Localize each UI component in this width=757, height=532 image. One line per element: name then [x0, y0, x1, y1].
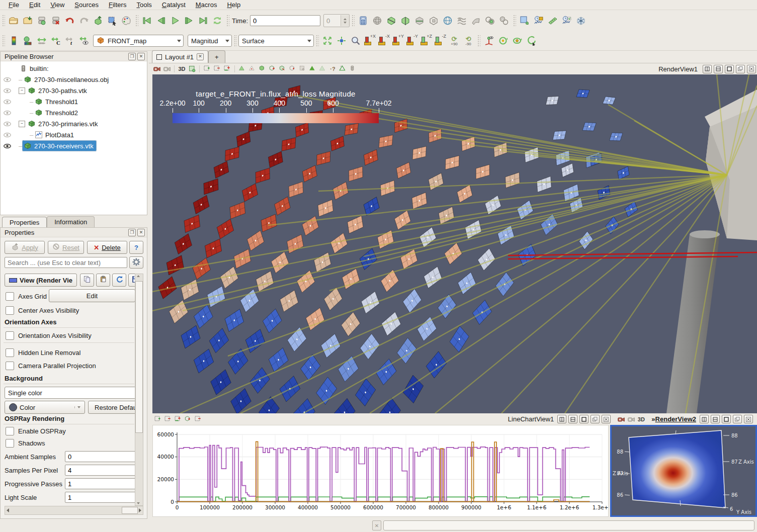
- link-camera-icon[interactable]: [626, 415, 636, 424]
- paste-properties-button[interactable]: [96, 274, 110, 287]
- field-input-ambient-samples[interactable]: [65, 451, 136, 462]
- warp-icon[interactable]: [469, 14, 483, 28]
- rv1-close-view-icon[interactable]: [747, 65, 756, 73]
- clip-icon[interactable]: [384, 14, 398, 28]
- enable-ospray-checkbox[interactable]: [6, 427, 14, 435]
- pipeline-item-builtin-[interactable]: builtin:: [1, 63, 147, 74]
- interactive-select-points-icon[interactable]: [278, 64, 287, 73]
- view-section-header[interactable]: View (Render Vie: [5, 274, 77, 287]
- zoom-rubberband-icon[interactable]: [187, 64, 197, 73]
- menu-file[interactable]: File: [4, 1, 24, 9]
- help-button[interactable]: ?: [129, 241, 143, 254]
- select-cells-polygon-icon[interactable]: [237, 64, 247, 73]
- group-datasets-icon[interactable]: [483, 14, 497, 28]
- reset-camera-icon[interactable]: [320, 34, 334, 48]
- pick-center-icon[interactable]: [524, 34, 538, 48]
- next-frame-icon[interactable]: [182, 14, 196, 28]
- rv2-close-view-icon[interactable]: [744, 415, 753, 423]
- plot-over-line-icon[interactable]: [546, 14, 560, 28]
- interactive-select-cells-icon[interactable]: [268, 64, 277, 73]
- select-points-polygon-icon[interactable]: [247, 64, 257, 73]
- properties-horizontal-scrollbar[interactable]: [5, 506, 143, 515]
- camera-icon[interactable]: [616, 415, 626, 424]
- extract-subset-icon[interactable]: [427, 14, 441, 28]
- rv2-split-horizontal-icon[interactable]: [700, 415, 709, 423]
- search-options-button[interactable]: [129, 256, 143, 269]
- shrink-selection-icon[interactable]: [318, 64, 327, 73]
- pipeline-item-270-30-receivers-vtk[interactable]: –270-30-receivers.vtk: [1, 140, 147, 151]
- close-icon[interactable]: ✕: [137, 229, 145, 236]
- play-icon[interactable]: [168, 14, 182, 28]
- chart-clear-icon[interactable]: [193, 415, 203, 424]
- rescale-to-temporal-range-icon[interactable]: t: [63, 34, 77, 48]
- hidden-line-checkbox[interactable]: [6, 348, 14, 357]
- cancel-progress-button[interactable]: ✕: [372, 520, 381, 530]
- set-view-plusY-button[interactable]: +Y: [391, 34, 405, 48]
- tree-expander-icon[interactable]: −: [19, 121, 25, 127]
- edit-color-map-icon[interactable]: [21, 34, 35, 48]
- pipeline-item-270-30-miscellaneous-obj[interactable]: –270-30-miscellaneous.obj: [1, 74, 147, 85]
- chart-toggle-icon[interactable]: [183, 415, 193, 424]
- rotate-90-cw-icon[interactable]: ⟳+90: [447, 34, 461, 48]
- time-input[interactable]: [250, 15, 320, 26]
- zoom-to-data-icon[interactable]: [334, 34, 349, 48]
- extract-selection-icon[interactable]: [518, 14, 532, 28]
- rv1-split-vertical-icon[interactable]: [714, 65, 723, 73]
- select-cells-through-icon[interactable]: [222, 64, 232, 73]
- loop-icon[interactable]: [210, 14, 224, 28]
- tab-properties[interactable]: Properties: [2, 217, 47, 228]
- orientation-axes-checkbox[interactable]: [6, 331, 14, 340]
- array-combo[interactable]: Magnitud: [188, 35, 232, 47]
- pipeline-item-plotdata1[interactable]: –PlotData1: [1, 129, 147, 140]
- select-points-rect-icon[interactable]: [212, 64, 222, 73]
- menu-help[interactable]: Help: [222, 1, 245, 9]
- set-view-plusZ-button[interactable]: +Z: [419, 34, 433, 48]
- redo-icon[interactable]: [77, 14, 91, 28]
- colormap-combo[interactable]: FRONT_map: [93, 35, 184, 47]
- visibility-eye-icon[interactable]: [3, 131, 12, 139]
- chart-maximize-icon[interactable]: [579, 415, 588, 423]
- ungroup-icon[interactable]: [497, 14, 511, 28]
- plot-selection-over-time-icon[interactable]: [560, 14, 574, 28]
- previous-frame-icon[interactable]: [154, 14, 168, 28]
- pipeline-item-threshold1[interactable]: –Threshold1: [1, 96, 147, 107]
- rescale-to-data-range-icon[interactable]: [35, 34, 49, 48]
- close-layout-icon[interactable]: ✕: [197, 53, 204, 60]
- properties-vertical-scrollbar[interactable]: [135, 274, 143, 506]
- representation-combo[interactable]: Surface: [238, 35, 314, 47]
- orbit-x-icon[interactable]: [496, 34, 510, 48]
- 3d-toggle[interactable]: 3D: [177, 64, 187, 73]
- stream-tracer-icon[interactable]: [455, 14, 469, 28]
- reload-properties-button[interactable]: [112, 274, 126, 287]
- auto-apply-icon[interactable]: [91, 14, 105, 28]
- clear-selection-icon[interactable]: [338, 64, 348, 73]
- selection-help-icon[interactable]: ·?: [328, 64, 338, 73]
- set-view-minusY-button[interactable]: -Y: [405, 34, 419, 48]
- new-layout-tab[interactable]: +: [208, 50, 225, 63]
- center-axes-checkbox[interactable]: [6, 306, 14, 315]
- toggle-color-legend-icon[interactable]: [7, 34, 21, 48]
- select-cells-rect-icon[interactable]: [202, 64, 212, 73]
- rv1-split-horizontal-icon[interactable]: [703, 65, 712, 73]
- calculator-icon[interactable]: [356, 14, 370, 28]
- contour-icon[interactable]: [370, 14, 384, 28]
- connect-server-icon[interactable]: [35, 14, 49, 28]
- render-view-2[interactable]: 888786888786Z AxisZ AxisY Axis6: [610, 425, 757, 517]
- set-view-minusZ-button[interactable]: -Z: [433, 34, 447, 48]
- glyph-icon[interactable]: [441, 14, 455, 28]
- hover-cells-icon[interactable]: [288, 64, 297, 73]
- tree-expander-icon[interactable]: −: [19, 87, 25, 94]
- background-mode-select[interactable]: Single color: [5, 387, 143, 399]
- rotate-90-ccw-icon[interactable]: ⟲-90: [461, 34, 475, 48]
- rescale-to-custom-range-icon[interactable]: C: [49, 34, 63, 48]
- threshold-icon[interactable]: [412, 14, 427, 28]
- reset-button[interactable]: Reset: [48, 241, 84, 254]
- rv2-split-vertical-icon[interactable]: [711, 415, 720, 423]
- close-icon[interactable]: ✕: [137, 53, 145, 60]
- rv1-undock-icon[interactable]: [736, 65, 745, 73]
- visibility-eye-icon[interactable]: [3, 75, 12, 84]
- apply-button[interactable]: Apply: [5, 241, 45, 254]
- slice-icon[interactable]: [398, 14, 412, 28]
- rescale-to-visible-range-icon[interactable]: [77, 34, 91, 48]
- chart-split-horizontal-icon[interactable]: [557, 415, 566, 423]
